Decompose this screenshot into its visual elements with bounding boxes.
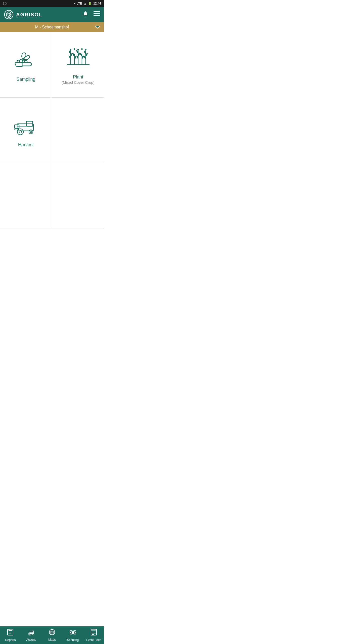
harvest-label: Harvest [18, 142, 34, 147]
svg-point-9 [77, 49, 79, 50]
svg-point-11 [85, 49, 86, 50]
hamburger-menu-icon[interactable] [94, 11, 100, 18]
logo-area: AGRISOL [4, 10, 42, 19]
plant-label: Plant [73, 74, 83, 80]
app-header: AGRISOL [0, 7, 104, 22]
empty-cell-1 [52, 98, 104, 163]
plant-icon [66, 45, 91, 70]
location-icon: ⦁ [74, 2, 75, 5]
time-display: 12:44 [93, 2, 101, 5]
plant-cell[interactable]: Plant (Mixed Cover Crop) [52, 32, 104, 98]
farm-banner[interactable]: M - Schoemanshof [0, 22, 104, 32]
status-right: ⦁ LTE ▲ 🔋 12:44 [74, 2, 101, 5]
svg-point-27 [30, 131, 32, 133]
empty-cell-2 [0, 163, 52, 228]
harvest-icon [13, 113, 38, 138]
sampling-cell[interactable]: Sampling [0, 32, 52, 98]
circle-indicator [3, 2, 7, 5]
chevron-down-icon [95, 25, 100, 30]
svg-point-1 [8, 13, 10, 16]
status-bar: ⦁ LTE ▲ 🔋 12:44 [0, 0, 104, 7]
farm-name: M - Schoemanshof [35, 25, 69, 29]
svg-point-7 [70, 49, 71, 50]
harvest-cell[interactable]: Harvest [0, 98, 52, 163]
plant-sublabel: (Mixed Cover Crop) [62, 80, 95, 85]
svg-point-24 [17, 129, 23, 135]
content-area: Sampling [0, 32, 104, 246]
sampling-label: Sampling [16, 77, 35, 82]
sampling-icon [13, 48, 38, 73]
svg-point-8 [74, 48, 75, 50]
header-actions [82, 11, 100, 18]
app-name: AGRISOL [16, 12, 42, 18]
svg-rect-4 [94, 15, 100, 16]
notification-bell-icon[interactable] [82, 11, 88, 18]
app-logo-icon [4, 10, 14, 19]
status-left [3, 2, 7, 5]
svg-point-26 [29, 130, 33, 134]
svg-point-10 [81, 48, 83, 50]
empty-cell-3 [52, 163, 104, 228]
signal-strength: LTE [77, 2, 82, 5]
svg-line-22 [17, 128, 17, 130]
action-grid: Sampling [0, 32, 104, 228]
network-icon: ▲ [83, 2, 86, 5]
battery-icon: 🔋 [88, 2, 92, 5]
svg-rect-3 [94, 13, 100, 14]
svg-rect-2 [94, 11, 100, 12]
